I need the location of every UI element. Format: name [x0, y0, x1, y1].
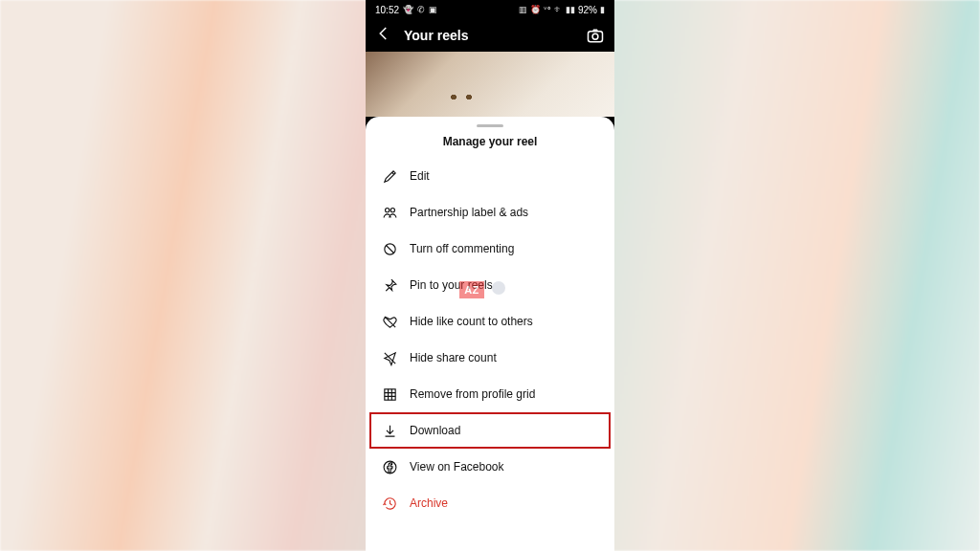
pin-icon: [381, 276, 398, 294]
share-off-icon: [381, 349, 398, 366]
status-bar: 10:52 👻 ✆ ▣ ▥ ⏰ ᵛᵒ ᯤ ▮▮ 92% ▮: [366, 0, 614, 19]
battery-icon: ▮: [600, 6, 605, 14]
status-time: 10:52: [375, 5, 399, 15]
sheet-title: Manage your reel: [366, 135, 614, 148]
sheet-grabber[interactable]: [477, 124, 503, 127]
comment-off-icon: [381, 240, 398, 257]
snapchat-icon: 👻: [403, 6, 413, 14]
phone-frame: 10:52 👻 ✆ ▣ ▥ ⏰ ᵛᵒ ᯤ ▮▮ 92% ▮ Your reels…: [366, 0, 614, 551]
menu-item-label: Archive: [410, 496, 448, 510]
wifi-icon: ᯤ: [554, 6, 563, 14]
svg-point-3: [390, 208, 394, 211]
battery-percent: 92%: [578, 5, 597, 15]
heart-off-icon: [381, 313, 398, 330]
menu-item-label: Edit: [410, 169, 430, 183]
menu-item-label: Hide like count to others: [410, 315, 533, 328]
menu-item-turn-off-commenting[interactable]: Turn off commenting: [366, 231, 614, 267]
signal-icon: ▮▮: [566, 6, 575, 14]
back-arrow-icon[interactable]: [375, 25, 392, 46]
nfc-icon: ▥: [519, 6, 527, 14]
menu-item-label: Pin to your reels: [410, 278, 493, 292]
reel-preview: [366, 52, 614, 117]
svg-rect-5: [384, 388, 394, 399]
alarm-icon: ⏰: [530, 6, 541, 14]
menu-item-archive[interactable]: Archive: [366, 485, 614, 521]
svg-point-2: [385, 208, 389, 211]
menu-item-remove-grid[interactable]: Remove from profile grid: [366, 376, 614, 412]
partnership-icon: [381, 204, 398, 221]
menu-item-label: Download: [410, 424, 460, 437]
download-icon: [381, 422, 398, 439]
svg-rect-0: [589, 32, 603, 42]
manage-reel-sheet: Manage your reel Edit Partnership label …: [366, 117, 614, 551]
menu-item-pin[interactable]: Pin to your reels: [366, 267, 614, 303]
menu-item-label: Remove from profile grid: [410, 387, 535, 401]
menu-item-label: Turn off commenting: [410, 242, 514, 255]
menu-item-edit[interactable]: Edit: [366, 158, 614, 194]
phone-icon: ✆: [417, 6, 425, 14]
menu-item-partnership[interactable]: Partnership label & ads: [366, 194, 614, 231]
archive-icon: [381, 495, 398, 512]
menu-item-hide-likes[interactable]: Hide like count to others: [366, 303, 614, 340]
camera-icon[interactable]: [586, 26, 605, 45]
menu-item-view-facebook[interactable]: View on Facebook: [366, 449, 614, 485]
page-title: Your reels: [404, 28, 574, 43]
menu-item-hide-share[interactable]: Hide share count: [366, 340, 614, 376]
pencil-icon: [381, 167, 398, 185]
app-header: Your reels: [366, 19, 614, 52]
volte-icon: ᵛᵒ: [544, 6, 551, 14]
menu-item-label: Partnership label & ads: [410, 206, 528, 219]
picture-icon: ▣: [429, 6, 437, 14]
menu-item-download[interactable]: Download: [369, 412, 611, 449]
grid-icon: [381, 386, 398, 403]
facebook-icon: [381, 458, 398, 475]
menu-item-label: View on Facebook: [410, 460, 504, 474]
menu-item-label: Hide share count: [410, 351, 497, 364]
svg-point-1: [592, 33, 598, 39]
